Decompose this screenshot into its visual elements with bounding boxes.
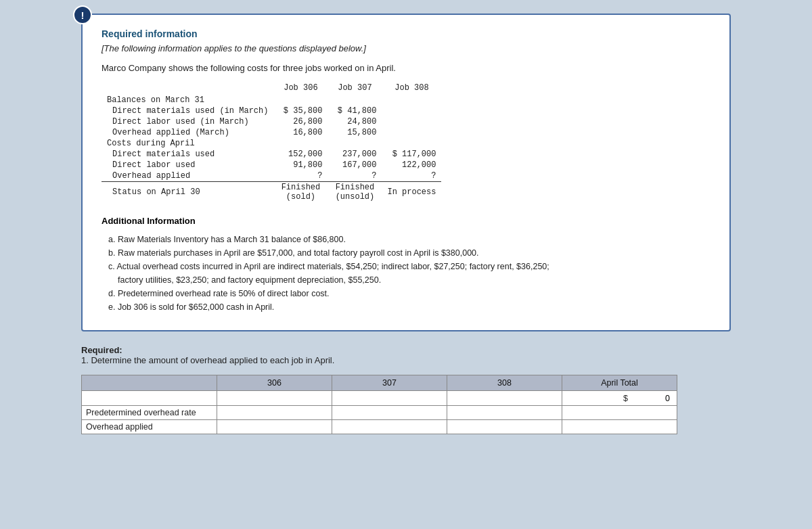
list-item: a. Raw Materials Inventory has a March 3…: [108, 233, 710, 246]
input-april-total-empty[interactable]: [631, 393, 671, 404]
input-307-predetermined[interactable]: [335, 407, 444, 418]
required-label: Required:: [81, 345, 122, 355]
list-item: factory utilities, $23,250; and factory …: [108, 273, 710, 287]
alert-icon: !: [73, 5, 92, 24]
row-label: Balances on March 31: [102, 95, 273, 106]
list-item: b. Raw materials purchases in April are …: [108, 246, 710, 260]
row-val: Finished(unsold): [328, 182, 382, 203]
april-total-predetermined[interactable]: [562, 406, 677, 420]
row-input-308-predetermined[interactable]: [447, 406, 562, 420]
row-val: 26,800: [273, 116, 328, 127]
intro-text: Marco Company shows the following costs …: [102, 63, 710, 73]
row-val: [273, 138, 328, 149]
dollar-sign-empty: $: [623, 394, 628, 403]
input-table-container: 306 307 308 April Total: [81, 375, 731, 434]
row-val: 24,800: [328, 116, 382, 127]
list-item: d. Predetermined overhead rate is 50% of…: [108, 287, 710, 300]
row-val: 16,800: [273, 127, 328, 138]
row-label-predetermined: Predetermined overhead rate: [82, 406, 217, 420]
input-308-empty[interactable]: [450, 393, 559, 404]
row-label: Direct labor used: [102, 160, 273, 170]
row-val: [328, 138, 382, 149]
row-input-308-overhead[interactable]: [447, 420, 562, 434]
row-val: $ 35,800: [273, 106, 328, 116]
row-val: ?: [273, 170, 328, 182]
table-row: Status on April 30 Finished(sold) Finish…: [102, 182, 441, 203]
row-val: [382, 95, 441, 106]
row-val: $ 41,800: [328, 106, 382, 116]
table-row: Direct labor used (in March) 26,800 24,8…: [102, 116, 441, 127]
row-val: [382, 106, 441, 116]
table-row-overhead-applied: Overhead applied: [82, 420, 677, 434]
row-label: Status on April 30: [102, 182, 273, 203]
input-306-predetermined[interactable]: [220, 407, 329, 418]
input-table: 306 307 308 April Total: [81, 375, 677, 434]
row-input-308-empty[interactable]: [447, 391, 562, 406]
row-val: 15,800: [328, 127, 382, 138]
table-row: Costs during April: [102, 138, 441, 149]
page-container: ! Required information [The following in…: [81, 14, 731, 434]
input-307-overhead[interactable]: [335, 421, 444, 432]
table-row: Overhead applied ? ? ?: [102, 170, 441, 182]
table-row: Balances on March 31: [102, 95, 441, 106]
row-input-307-overhead[interactable]: [332, 420, 447, 434]
table-row: Direct materials used (in March) $ 35,80…: [102, 106, 441, 116]
italic-subtitle: [The following information applies to th…: [102, 43, 710, 53]
additional-info-title: Additional Information: [102, 216, 710, 226]
table-header-row: Job 306 Job 307 Job 308: [102, 83, 441, 95]
row-label: Direct materials used: [102, 149, 273, 160]
table-row: Direct materials used 152,000 237,000 $ …: [102, 149, 441, 160]
row-label: Direct materials used (in March): [102, 106, 273, 116]
input-306-overhead[interactable]: [220, 421, 329, 432]
row-input-306-predetermined[interactable]: [217, 406, 332, 420]
additional-info-list: a. Raw Materials Inventory has a March 3…: [102, 233, 710, 314]
row-val: [328, 95, 382, 106]
row-val: ?: [328, 170, 382, 182]
col-header-label: [82, 375, 217, 391]
april-total-empty: $: [562, 391, 677, 406]
row-label: Overhead applied: [102, 170, 273, 182]
col-header-306: Job 306: [273, 83, 328, 95]
input-april-total-overhead[interactable]: [565, 421, 674, 432]
row-input-306-empty[interactable]: [217, 391, 332, 406]
row-label-overhead-applied: Overhead applied: [82, 420, 217, 434]
col-header-307: 307: [332, 375, 447, 391]
row-val: 152,000: [273, 149, 328, 160]
row-input-307-predetermined[interactable]: [332, 406, 447, 420]
row-val: 122,000: [382, 160, 441, 170]
table-header-row: 306 307 308 April Total: [82, 375, 677, 391]
info-box: ! Required information [The following in…: [81, 14, 731, 331]
row-val: $ 117,000: [382, 149, 441, 160]
cost-table: Job 306 Job 307 Job 308 Balances on Marc…: [102, 83, 441, 202]
row-val: ?: [382, 170, 441, 182]
question-1: 1. Determine the amount of overhead appl…: [81, 355, 334, 365]
row-val: Finished(sold): [273, 182, 328, 203]
input-306-empty[interactable]: [220, 393, 329, 404]
input-308-overhead[interactable]: [450, 421, 559, 432]
table-row: Overhead applied (March) 16,800 15,800: [102, 127, 441, 138]
col-header-april-total: April Total: [562, 375, 677, 391]
row-input-306-overhead[interactable]: [217, 420, 332, 434]
input-308-predetermined[interactable]: [450, 407, 559, 418]
row-val: 237,000: [328, 149, 382, 160]
col-header-label: [102, 83, 273, 95]
row-val: [382, 116, 441, 127]
list-item: c. Actual overhead costs incurred in Apr…: [108, 260, 710, 273]
input-307-empty[interactable]: [335, 393, 444, 404]
required-section: Required: 1. Determine the amount of ove…: [81, 345, 731, 365]
row-label: Overhead applied (March): [102, 127, 273, 138]
row-val: 167,000: [328, 160, 382, 170]
row-input-307-empty[interactable]: [332, 391, 447, 406]
row-label-empty: [82, 391, 217, 406]
row-val: [382, 127, 441, 138]
list-item: e. Job 306 is sold for $652,000 cash in …: [108, 300, 710, 314]
table-row-predetermined: Predetermined overhead rate: [82, 406, 677, 420]
april-total-overhead[interactable]: [562, 420, 677, 434]
required-info-title: Required information: [102, 28, 710, 39]
row-label: Direct labor used (in March): [102, 116, 273, 127]
input-april-total-predetermined[interactable]: [565, 407, 674, 418]
col-header-306: 306: [217, 375, 332, 391]
row-val: In process: [382, 182, 441, 203]
col-header-307: Job 307: [328, 83, 382, 95]
row-val: [273, 95, 328, 106]
